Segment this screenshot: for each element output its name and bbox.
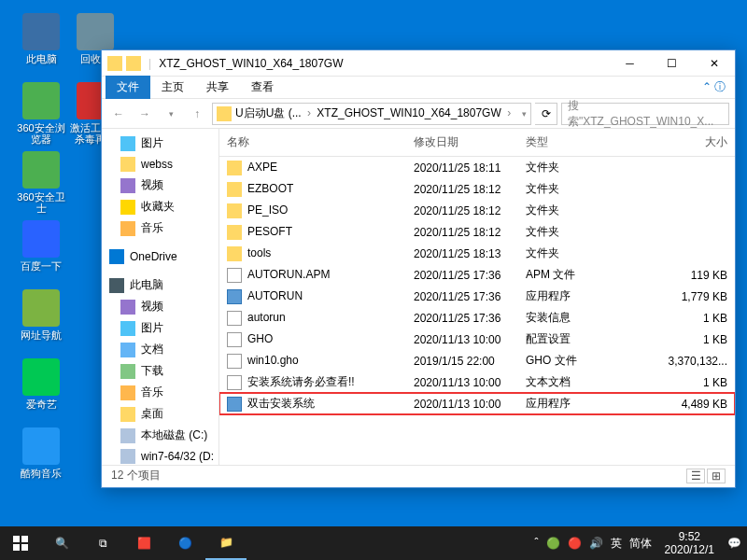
lang-indicator[interactable]: 简体	[629, 536, 652, 552]
nav-item[interactable]: 视频	[102, 175, 218, 196]
desktop-icon[interactable]: 此电脑	[13, 13, 69, 64]
col-size[interactable]: 大小	[602, 134, 735, 150]
maximize-button[interactable]: ☐	[651, 50, 693, 77]
app-icon	[22, 82, 60, 119]
nav-item[interactable]: win7-64/32 (D:	[102, 446, 218, 465]
nav-onedrive[interactable]: OneDrive	[102, 246, 218, 267]
file-row[interactable]: 双击安装系统2020/11/13 10:00应用程序4,489 KB	[219, 393, 735, 414]
titlebar[interactable]: | XTZ_GHOST_WIN10_X64_1807GW ─ ☐ ✕	[102, 50, 735, 77]
nav-up[interactable]: ↑	[186, 103, 208, 125]
taskbar-app[interactable]: 🔵	[164, 526, 205, 560]
desktop-icon[interactable]: 网址导航	[13, 289, 69, 341]
taskbar-explorer[interactable]: 📁	[205, 526, 247, 560]
tab-view[interactable]: 查看	[240, 76, 285, 99]
col-type[interactable]: 类型	[518, 134, 602, 150]
ime-indicator[interactable]: 英	[611, 536, 622, 552]
file-list: 名称 修改日期 类型 大小 AXPE2020/11/25 18:11文件夹EZB…	[219, 129, 735, 465]
taskbar-app[interactable]: 🟥	[123, 526, 164, 560]
file-row[interactable]: 安装系统请务必查看!!2020/11/13 10:00文本文档1 KB	[219, 371, 735, 393]
minimize-button[interactable]: ─	[609, 50, 651, 77]
file-row[interactable]: win10.gho2019/1/15 22:00GHO 文件3,370,132.…	[219, 350, 735, 371]
file-row[interactable]: AUTORUN2020/11/25 17:36应用程序1,779 KB	[219, 286, 735, 307]
file-name: tools	[247, 246, 271, 259]
file-type: 配置设置	[518, 331, 602, 347]
pc-icon	[109, 278, 124, 293]
file-type: 文件夹	[518, 224, 602, 240]
nav-history[interactable]: ▾	[160, 103, 182, 125]
icon-label: 360安全浏览器	[13, 122, 69, 145]
search-input[interactable]: 搜索"XTZ_GHOST_WIN10_X...	[561, 103, 729, 125]
file-row[interactable]: EZBOOT2020/11/25 18:12文件夹	[219, 178, 735, 200]
desktop-icon[interactable]: 百度一下	[13, 220, 69, 272]
status-bar: 12 个项目 ☰ ⊞	[102, 465, 735, 485]
file-row[interactable]: tools2020/11/25 18:13文件夹	[219, 243, 735, 264]
nav-forward[interactable]: →	[134, 103, 156, 125]
ribbon-expand[interactable]: ⌃ ⓘ	[693, 76, 735, 99]
nav-item[interactable]: 视频	[102, 296, 218, 317]
nav-item[interactable]: 下载	[102, 360, 218, 382]
file-date: 2020/11/25 18:12	[406, 204, 518, 217]
nav-item[interactable]: 音乐	[102, 382, 218, 403]
refresh-button[interactable]: ⟳	[535, 103, 557, 125]
breadcrumb[interactable]: U启动U盘 (... › XTZ_GHOST_WIN10_X64_1807GW …	[212, 103, 531, 125]
file-row[interactable]: PE_ISO2020/11/25 18:12文件夹	[219, 200, 735, 221]
nav-pane: 图片webss视频收藏夹音乐OneDrive此电脑视频图片文档下载音乐桌面本地磁…	[102, 129, 219, 465]
nav-back[interactable]: ←	[107, 103, 130, 125]
tray-icon[interactable]: 🔴	[568, 537, 582, 550]
nav-label: 视频	[141, 299, 163, 315]
icon-label: 360安全卫士	[13, 191, 69, 214]
explorer-window: | XTZ_GHOST_WIN10_X64_1807GW ─ ☐ ✕ 文件 主页…	[101, 49, 736, 488]
folder-icon	[107, 56, 122, 71]
desktop-icon[interactable]: 360安全浏览器	[13, 82, 69, 145]
breadcrumb-root[interactable]: U启动U盘 (...	[235, 106, 302, 119]
file-date: 2020/11/25 18:13	[406, 247, 518, 260]
tab-home[interactable]: 主页	[150, 76, 195, 99]
clock[interactable]: 9:52 2020/12/1	[659, 530, 720, 557]
taskview-button[interactable]: ⧉	[82, 526, 123, 560]
file-row[interactable]: GHO2020/11/13 10:00配置设置1 KB	[219, 329, 735, 350]
file-name: PESOFT	[247, 225, 292, 238]
view-icons-button[interactable]: ⊞	[707, 469, 726, 483]
view-details-button[interactable]: ☰	[686, 469, 705, 483]
nav-item[interactable]: webss	[102, 154, 218, 175]
tray-icon[interactable]: 🟢	[546, 537, 560, 550]
desktop-icon[interactable]: 酷狗音乐	[13, 427, 69, 479]
tray-icon[interactable]: 🔊	[589, 537, 603, 550]
nav-label: 文档	[141, 342, 163, 357]
file-type: 应用程序	[518, 288, 602, 304]
nav-icon	[120, 321, 135, 336]
tab-file[interactable]: 文件	[106, 76, 150, 99]
svg-rect-2	[13, 544, 20, 551]
nav-item[interactable]: 音乐	[102, 217, 218, 239]
desktop-icon[interactable]: 360安全卫士	[13, 151, 69, 214]
nav-item[interactable]: 图片	[102, 317, 218, 339]
nav-label: 本地磁盘 (C:)	[141, 427, 207, 443]
nav-label: 收藏夹	[141, 199, 175, 215]
col-name[interactable]: 名称	[219, 134, 406, 150]
nav-item[interactable]: 图片	[102, 133, 218, 154]
nav-item[interactable]: 收藏夹	[102, 196, 218, 217]
col-date[interactable]: 修改日期	[406, 134, 518, 150]
file-size: 119 KB	[602, 269, 735, 282]
start-button[interactable]	[0, 526, 41, 560]
nav-item[interactable]: 桌面	[102, 403, 218, 425]
file-row[interactable]: AUTORUN.APM2020/11/25 17:36APM 文件119 KB	[219, 264, 735, 286]
file-size: 1 KB	[602, 376, 735, 389]
breadcrumb-folder[interactable]: XTZ_GHOST_WIN10_X64_1807GW	[317, 106, 500, 119]
nav-item[interactable]: 文档	[102, 339, 218, 360]
search-button[interactable]: 🔍	[41, 526, 82, 560]
file-name: AUTORUN.APM	[247, 268, 330, 281]
tab-share[interactable]: 共享	[195, 76, 240, 99]
close-button[interactable]: ✕	[693, 50, 735, 77]
file-row[interactable]: autorun2020/11/25 17:36安装信息1 KB	[219, 307, 735, 329]
icon-label: 网址导航	[13, 329, 69, 341]
tray-chevron[interactable]: ˆ	[535, 537, 539, 550]
icon-label: 百度一下	[13, 260, 69, 272]
chevron-down-icon[interactable]: ▾	[522, 109, 527, 119]
nav-item[interactable]: 本地磁盘 (C:)	[102, 425, 218, 446]
file-row[interactable]: PESOFT2020/11/25 18:12文件夹	[219, 221, 735, 243]
desktop-icon[interactable]: 爱奇艺	[13, 358, 69, 410]
nav-this-pc[interactable]: 此电脑	[102, 274, 218, 296]
file-row[interactable]: AXPE2020/11/25 18:11文件夹	[219, 157, 735, 178]
notifications-button[interactable]: 💬	[727, 537, 741, 550]
